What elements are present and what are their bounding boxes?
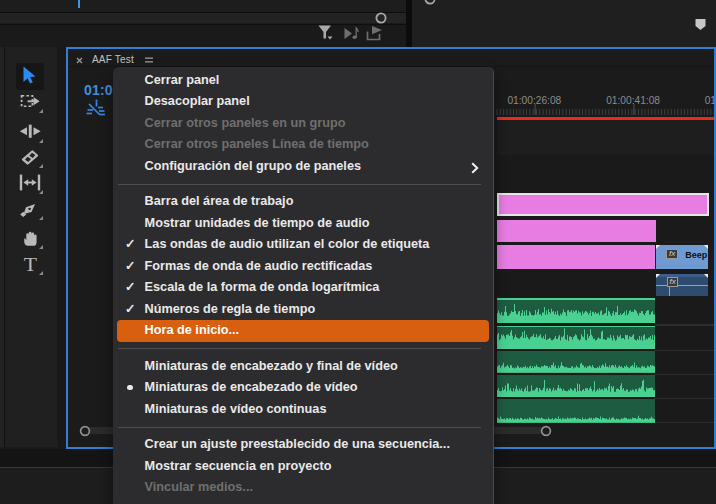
svg-text:T: T bbox=[24, 254, 38, 274]
